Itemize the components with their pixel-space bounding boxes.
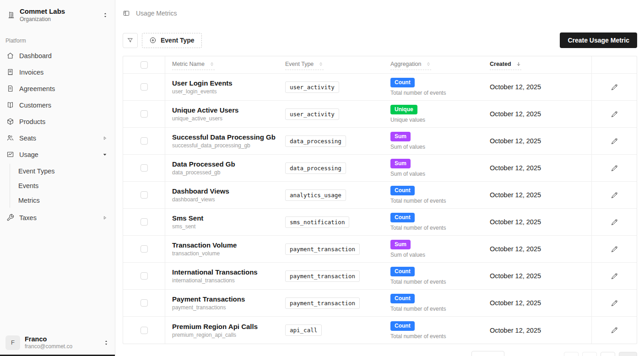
sort-aggregation[interactable]: Aggregation xyxy=(390,61,431,70)
sidebar-item-taxes[interactable]: Taxes xyxy=(0,210,115,226)
wrench-icon xyxy=(6,214,14,221)
pencil-icon xyxy=(611,326,618,334)
usage-subnav: Event Types Events Metrics xyxy=(10,164,115,208)
sidebar-item-label: Taxes xyxy=(19,214,37,221)
pencil-icon xyxy=(611,137,618,145)
book-icon xyxy=(6,101,14,109)
column-header-aggregation: Aggregation xyxy=(390,61,421,67)
sort-metric-name[interactable]: Metric Name xyxy=(172,61,215,70)
pagination-prev-button[interactable] xyxy=(582,352,597,356)
create-usage-metric-button[interactable]: Create Usage Metric xyxy=(560,32,637,48)
edit-button[interactable] xyxy=(607,188,621,202)
sidebar-item-customers[interactable]: Customers xyxy=(0,97,115,113)
building-icon xyxy=(7,11,15,19)
created-date: October 12, 2025 xyxy=(485,245,591,253)
user-menu[interactable]: F Franco franco@commet.co xyxy=(0,329,115,356)
user-name: Franco xyxy=(25,335,98,344)
table-row: Transaction Volume transaction_volume pa… xyxy=(123,236,637,263)
sidebar-subitem-metrics[interactable]: Metrics xyxy=(17,193,115,208)
aggregation-badge: Unique xyxy=(390,105,417,114)
sidebar-item-dashboard[interactable]: Dashboard xyxy=(0,48,115,64)
sidebar-item-products[interactable]: Products xyxy=(0,113,115,130)
plus-circle-icon xyxy=(149,37,157,44)
aggregation-badge: Sum xyxy=(390,132,411,141)
sidebar-item-usage[interactable]: Usage xyxy=(0,146,115,163)
sidebar-subitem-events[interactable]: Events xyxy=(17,178,115,193)
column-header-created: Created xyxy=(490,61,511,67)
org-switcher[interactable]: Commet Labs Organization xyxy=(0,0,115,29)
edit-button[interactable] xyxy=(607,242,621,256)
aggregation-badge: Count xyxy=(390,321,415,331)
sidebar-toggle-icon[interactable] xyxy=(123,10,130,17)
created-date: October 12, 2025 xyxy=(485,83,591,91)
metric-name: Data Processed Gb xyxy=(172,160,278,168)
column-header-event-type: Event Type xyxy=(285,61,314,67)
row-checkbox[interactable] xyxy=(141,110,148,118)
aggregation-badge: Count xyxy=(390,267,415,276)
row-checkbox[interactable] xyxy=(141,191,148,199)
event-type-badge: data_processing xyxy=(285,135,346,147)
row-checkbox[interactable] xyxy=(141,83,148,91)
table-row: Payment Transactions payment_transaction… xyxy=(123,290,637,317)
pencil-icon xyxy=(611,299,618,307)
table-row: Data Processed Gb data_processed_gb data… xyxy=(123,155,637,182)
sidebar-subitem-event-types[interactable]: Event Types xyxy=(17,164,115,178)
event-type-filter-button[interactable]: Event Type xyxy=(142,33,202,48)
chart-icon xyxy=(6,151,14,158)
edit-button[interactable] xyxy=(607,134,621,148)
created-date: October 12, 2025 xyxy=(485,110,591,118)
edit-button[interactable] xyxy=(607,324,621,337)
edit-button[interactable] xyxy=(607,107,621,121)
sidebar-item-seats[interactable]: Seats xyxy=(0,130,115,146)
row-checkbox[interactable] xyxy=(141,218,148,226)
pagination-last-button[interactable] xyxy=(619,352,637,356)
platform-section-label: Platform xyxy=(0,29,115,48)
select-all-checkbox[interactable] xyxy=(141,61,148,69)
pencil-icon xyxy=(611,218,618,226)
sidebar-item-label: Seats xyxy=(19,135,36,142)
edit-button[interactable] xyxy=(607,80,621,94)
sidebar-item-agreements[interactable]: Agreements xyxy=(0,81,115,97)
table-body: User Login Events user_login_events user… xyxy=(123,74,637,344)
created-date: October 12, 2025 xyxy=(485,137,591,145)
aggregation-description: Sum of values xyxy=(390,144,485,150)
event-type-badge: analytics_usage xyxy=(285,189,346,201)
event-type-filter-label: Event Type xyxy=(161,37,195,44)
sidebar-subitem-label: Metrics xyxy=(18,197,40,204)
filter-button[interactable] xyxy=(123,33,138,48)
created-date: October 12, 2025 xyxy=(485,272,591,280)
aggregation-description: Sum of values xyxy=(390,252,485,258)
page-size-select[interactable] xyxy=(471,351,504,356)
sidebar-item-label: Products xyxy=(19,118,45,125)
sidebar-item-label: Agreements xyxy=(19,85,55,92)
home-icon xyxy=(6,52,14,59)
chevron-up-down-icon xyxy=(103,340,109,346)
edit-button[interactable] xyxy=(607,215,621,229)
row-checkbox[interactable] xyxy=(141,272,148,280)
metric-name: Payment Transactions xyxy=(172,295,278,303)
metric-key: successful_data_processing_gb xyxy=(172,142,278,149)
users-icon xyxy=(6,134,14,142)
table-row: International Transactions international… xyxy=(123,263,637,290)
row-checkbox[interactable] xyxy=(141,299,148,307)
aggregation-badge: Count xyxy=(390,186,415,195)
row-checkbox[interactable] xyxy=(141,137,148,145)
created-date: October 12, 2025 xyxy=(485,299,591,307)
aggregation-badge: Count xyxy=(390,294,415,303)
row-checkbox[interactable] xyxy=(141,327,148,334)
edit-button[interactable] xyxy=(607,296,621,310)
funnel-icon xyxy=(127,37,134,44)
sidebar-item-invoices[interactable]: Invoices xyxy=(0,64,115,81)
table-row: User Login Events user_login_events user… xyxy=(123,74,637,101)
row-checkbox[interactable] xyxy=(141,164,148,172)
pagination-first-button[interactable] xyxy=(564,352,579,356)
org-type: Organization xyxy=(20,16,97,23)
edit-button[interactable] xyxy=(607,269,621,283)
row-checkbox[interactable] xyxy=(141,245,148,253)
sort-event-type[interactable]: Event Type xyxy=(285,61,324,70)
sort-created[interactable]: Created xyxy=(490,61,521,70)
edit-button[interactable] xyxy=(607,161,621,175)
toolbar: Event Type Create Usage Metric xyxy=(123,32,637,48)
user-email: franco@commet.co xyxy=(25,343,98,351)
pagination-next-button[interactable] xyxy=(601,352,615,356)
